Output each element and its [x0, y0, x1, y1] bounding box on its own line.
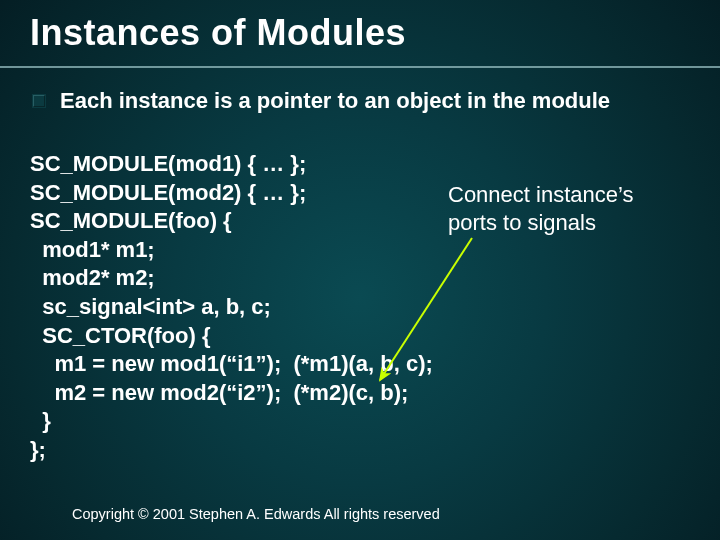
slide: Instances of Modules Each instance is a … [0, 0, 720, 540]
page-title: Instances of Modules [30, 12, 406, 54]
title-underline [0, 66, 720, 68]
code-block: SC_MODULE(mod1) { … }; SC_MODULE(mod2) {… [30, 150, 433, 465]
bullet-marker-icon [32, 94, 46, 108]
copyright-text: Copyright © 2001 Stephen A. Edwards All … [72, 506, 440, 522]
annotation-line1: Connect instance’s [448, 182, 634, 207]
bullet-row: Each instance is a pointer to an object … [32, 88, 610, 114]
annotation-text: Connect instance’s ports to signals [448, 181, 634, 236]
bullet-text: Each instance is a pointer to an object … [60, 88, 610, 114]
annotation-line2: ports to signals [448, 210, 596, 235]
